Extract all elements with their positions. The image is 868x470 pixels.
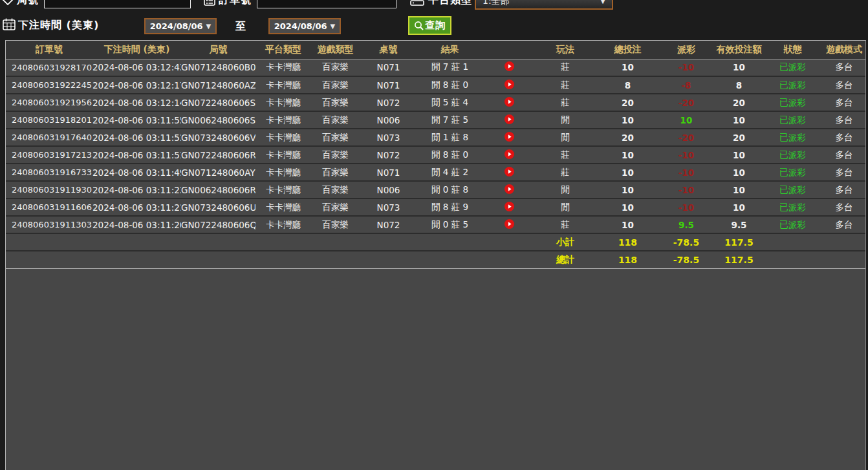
- cell-table-no: N006: [360, 111, 417, 129]
- cell-status: 已派彩: [766, 146, 819, 164]
- play-video-icon[interactable]: [505, 97, 514, 107]
- cell-bet-time: 2024-08-06 03:11:21: [92, 198, 181, 216]
- query-button[interactable]: 查詢: [408, 16, 451, 35]
- cell-game-no: GN071248060AY: [181, 164, 255, 181]
- search-icon: [414, 21, 424, 31]
- cell-total-bet: 8: [595, 76, 660, 94]
- play-video-icon[interactable]: [505, 219, 514, 229]
- cell-platform: 卡卡灣廳: [255, 111, 311, 129]
- cell-play: 莊: [536, 164, 595, 181]
- cell-bet-time: 2024-08-06 03:11:49: [92, 164, 181, 181]
- cell-game-no: GN0062480606R: [181, 181, 255, 198]
- cell-play: 閒: [536, 198, 595, 216]
- cell-result: 閒 8 莊 0: [417, 146, 483, 164]
- cell-play: 莊: [536, 59, 595, 76]
- cell-video: [483, 181, 536, 198]
- grand-total-row: 總計 118 -78.5 117.5: [6, 251, 866, 268]
- cell-order-no: 240806031917640: [6, 129, 92, 146]
- cell-valid-bet: 10: [712, 181, 766, 198]
- cell-order-no: 240806031928170: [6, 59, 92, 76]
- cell-payout: -20: [660, 94, 712, 111]
- cell-play: 莊: [536, 146, 595, 164]
- cell-video: [483, 146, 536, 164]
- cell-total-bet: 10: [595, 198, 660, 216]
- cell-video: [483, 198, 536, 216]
- cell-platform: 卡卡灣廳: [255, 76, 311, 94]
- cell-status: 已派彩: [766, 59, 819, 76]
- play-video-icon[interactable]: [505, 61, 514, 71]
- game-no-input[interactable]: [44, 0, 191, 8]
- subtotal-spacer-left: [6, 233, 536, 251]
- play-video-icon[interactable]: [505, 149, 514, 159]
- cell-game-type: 百家樂: [311, 129, 360, 146]
- cell-mode: 多台: [819, 181, 866, 198]
- cell-mode: 多台: [819, 129, 866, 146]
- cell-mode: 多台: [819, 59, 866, 76]
- cell-result: 閒 7 莊 1: [417, 59, 483, 76]
- cell-platform: 卡卡灣廳: [255, 216, 311, 233]
- table-row: 240806031922245 2024-08-06 03:12:17 GN07…: [6, 76, 866, 94]
- col-header-video: [483, 41, 536, 59]
- cell-game-type: 百家樂: [311, 164, 360, 181]
- table-row: 240806031921956 2024-08-06 03:12:14 GN07…: [6, 94, 866, 111]
- date-to-picker[interactable]: 2024/08/06 ▼: [268, 18, 341, 34]
- play-video-icon[interactable]: [505, 202, 514, 211]
- cell-valid-bet: 9.5: [712, 216, 766, 233]
- cell-game-no: GN071248060AZ: [181, 76, 255, 94]
- col-header-game-type: 遊戲類型: [311, 41, 360, 59]
- date-to-value: 2024/08/06: [274, 21, 327, 31]
- query-button-label: 查詢: [426, 19, 446, 32]
- cell-order-no: 240806031918201: [6, 111, 92, 129]
- cell-result: 閒 4 莊 2: [417, 164, 483, 181]
- play-video-icon[interactable]: [505, 132, 514, 142]
- cell-platform: 卡卡灣廳: [255, 198, 311, 216]
- cell-game-type: 百家樂: [311, 216, 360, 233]
- cell-play: 莊: [536, 94, 595, 111]
- cell-game-no: GN071248060B0: [181, 59, 255, 76]
- cell-mode: 多台: [819, 146, 866, 164]
- cell-table-no: N072: [360, 216, 417, 233]
- cell-order-no: 240806031917213: [6, 146, 92, 164]
- cell-result: 閒 0 莊 5: [417, 216, 483, 233]
- table-row: 240806031917213 2024-08-06 03:11:51 GN07…: [6, 146, 866, 164]
- cell-result: 閒 8 莊 9: [417, 198, 483, 216]
- cell-status: 已派彩: [766, 164, 819, 181]
- table-row: 240806031911303 2024-08-06 03:11:20 GN07…: [6, 216, 866, 233]
- cell-order-no: 240806031922245: [6, 76, 92, 94]
- date-from-picker[interactable]: 2024/08/06 ▼: [144, 18, 217, 34]
- table-row: 240806031911606 2024-08-06 03:11:21 GN07…: [6, 198, 866, 216]
- cell-valid-bet: 10: [712, 146, 766, 164]
- play-video-icon[interactable]: [505, 114, 514, 124]
- order-no-input[interactable]: [257, 0, 396, 8]
- cell-bet-time: 2024-08-06 03:11:55: [92, 111, 181, 129]
- cell-table-no: N071: [360, 164, 417, 181]
- cell-play: 閒: [536, 129, 595, 146]
- diamond-icon: [1, 0, 14, 9]
- platform-type-select[interactable]: 1:全部 ▼: [475, 0, 613, 10]
- cell-valid-bet: 10: [712, 111, 766, 129]
- cell-order-no: 240806031911303: [6, 216, 92, 233]
- cell-table-no: N072: [360, 146, 417, 164]
- grand-total-spacer-left: [6, 251, 536, 268]
- table-row: 240806031916733 2024-08-06 03:11:49 GN07…: [6, 164, 866, 181]
- cell-game-type: 百家樂: [311, 94, 360, 111]
- table-row: 240806031918201 2024-08-06 03:11:55 GN00…: [6, 111, 866, 129]
- cell-payout: -10: [660, 198, 712, 216]
- cell-order-no: 240806031911606: [6, 198, 92, 216]
- table-row: 240806031928170 2024-08-06 03:12:43 GN07…: [6, 59, 866, 76]
- play-video-icon[interactable]: [505, 167, 514, 176]
- cell-platform: 卡卡灣廳: [255, 59, 311, 76]
- cell-total-bet: 20: [595, 129, 660, 146]
- cell-total-bet: 10: [595, 164, 660, 181]
- bet-records-table-container: 訂單號 下注時間 (美東) 局號 平台類型 遊戲類型 桌號 結果 玩法 總投注 …: [5, 40, 866, 470]
- cell-bet-time: 2024-08-06 03:12:17: [92, 76, 181, 94]
- play-video-icon[interactable]: [505, 184, 514, 194]
- game-no-label: 局號: [17, 0, 39, 5]
- cell-play: 閒: [536, 111, 595, 129]
- col-header-result: 結果: [417, 41, 483, 59]
- subtotal-spacer-right: [766, 233, 866, 251]
- chevron-down-icon: ▼: [600, 0, 605, 5]
- cell-valid-bet: 10: [712, 164, 766, 181]
- play-video-icon[interactable]: [505, 80, 514, 89]
- date-from-value: 2024/08/06: [150, 21, 203, 31]
